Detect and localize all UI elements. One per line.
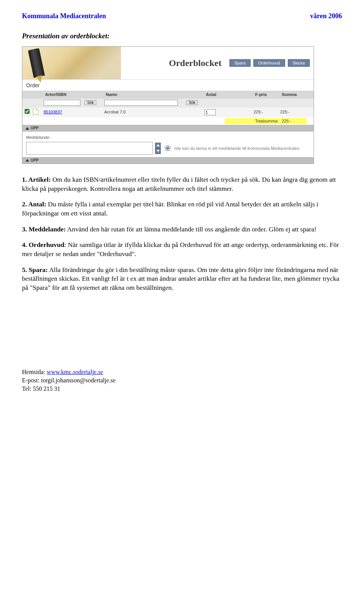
para-2: 2. Antal: Du måste fylla i antal exempla… — [22, 200, 342, 218]
order-heading: Order — [26, 82, 314, 89]
document-icon[interactable] — [33, 108, 38, 115]
up-arrow-icon — [25, 127, 29, 130]
hint-figure-icon: ❀ — [163, 143, 172, 154]
doc-header-right: våren 2006 — [310, 11, 342, 20]
row-checkbox[interactable] — [25, 109, 30, 114]
meddelande-textarea[interactable] — [26, 142, 153, 155]
para-4: 4. Orderhuvud: När samtliga titlar är if… — [22, 240, 342, 258]
chevron-down-icon — [157, 150, 160, 152]
homepage-link[interactable]: www.kmc.sodertalje.se — [47, 369, 103, 375]
meddelande-hint: Här kan du skriva in ett meddelande till… — [174, 146, 310, 151]
row-antal-input[interactable] — [204, 109, 216, 115]
footer-tel: Tel: 550 215 31 — [22, 385, 342, 393]
col-namn: Namn — [104, 92, 186, 97]
banner-image — [22, 47, 121, 79]
artnr-input[interactable] — [44, 100, 80, 106]
footer: Hemsida: www.kmc.sodertalje.se E-post: t… — [22, 368, 342, 393]
total-value: 225:- — [280, 118, 307, 124]
chevron-up-icon — [157, 144, 160, 146]
spin-down-button[interactable] — [155, 148, 161, 154]
row-namn: Acrobat 7.0 — [104, 109, 186, 115]
up-arrow-icon — [25, 159, 29, 162]
para-5: 5. Spara: Alla förändringar du gör i din… — [22, 266, 342, 292]
sok-namn-button[interactable]: Sök — [186, 100, 198, 105]
upp-label-2: UPP — [31, 158, 39, 163]
orderhuvud-button[interactable]: Orderhuvud — [253, 59, 285, 67]
orderblocket-screenshot: Orderblocket Spara Orderhuvud Skicka Ord… — [22, 46, 314, 164]
upp-bar-1[interactable]: UPP — [22, 125, 314, 132]
row-fpris: 225:- — [254, 109, 280, 115]
meddelande-label: Meddelande: — [22, 132, 314, 142]
col-fpris: F-pris — [254, 92, 280, 97]
spara-button[interactable]: Spara — [229, 59, 250, 67]
total-label: Totalsumma: — [225, 118, 280, 124]
section-title: Presentation av orderblocket: — [22, 31, 342, 41]
spin-up-button[interactable] — [155, 143, 161, 148]
row-summa: 225:- — [280, 109, 307, 115]
row-artnr-link[interactable]: 85103837 — [44, 110, 62, 114]
banner-title: Orderblocket — [169, 57, 222, 69]
para-1: 1. Artikel: Om du kan ISBN/artikelnumret… — [22, 175, 342, 193]
footer-email: E-post: torgil.johansson@sodertalje.se — [22, 376, 342, 385]
col-artnr: Artnr/ISBN — [44, 92, 85, 97]
order-row: 85103837 Acrobat 7.0 225:- 225:- — [22, 107, 314, 117]
para-3: 3. Meddelande: Använd den här rutan för … — [22, 225, 342, 234]
doc-header-left: Kommunala Mediacentralen — [22, 11, 106, 20]
col-summa: Summa — [280, 92, 307, 97]
col-antal: Antal — [204, 92, 225, 97]
upp-bar-2[interactable]: UPP — [22, 157, 314, 164]
upp-label: UPP — [31, 126, 39, 131]
sok-artnr-button[interactable]: Sök — [85, 100, 96, 105]
skicka-button[interactable]: Skicka — [288, 59, 310, 67]
namn-input[interactable] — [104, 100, 178, 106]
